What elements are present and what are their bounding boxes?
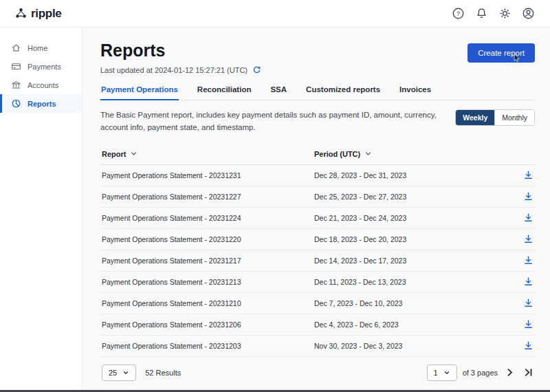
- report-name: Payment Operations Statement - 20231206: [102, 320, 314, 329]
- report-period: Dec 18, 2023 - Dec 20, 2023: [314, 235, 513, 243]
- report-table: Report Period (UTC) Payment Operations S…: [100, 144, 535, 357]
- download-icon[interactable]: [523, 276, 534, 287]
- sidebar-item-reports[interactable]: Reports: [0, 94, 82, 113]
- sort-chevron-icon: [130, 150, 138, 157]
- report-table-body: Payment Operations Statement - 20231231 …: [100, 165, 535, 357]
- sidebar-item-label: Reports: [28, 100, 56, 108]
- report-period: Dec 11, 2023 - Dec 13, 2023: [314, 278, 513, 286]
- chevron-down-icon: [122, 369, 129, 376]
- download-icon[interactable]: [523, 234, 534, 244]
- topbar: ripple ?: [0, 0, 550, 28]
- report-period: Dec 21, 2023 - Dec 24, 2023: [314, 214, 513, 222]
- table-row: Payment Operations Statement - 20231217 …: [100, 250, 535, 272]
- reports-icon: [11, 98, 21, 109]
- last-updated-text: Last updated at 2024-01-12 15:27:21 (UTC…: [100, 66, 248, 74]
- download-icon[interactable]: [523, 298, 534, 308]
- ripple-logo-text: ripple: [31, 7, 62, 21]
- sidebar-item-label: Payments: [28, 63, 61, 71]
- report-period: Dec 7, 2023 - Dec 10, 2023: [314, 299, 513, 307]
- sidebar-item-payments[interactable]: Payments: [0, 57, 82, 76]
- help-icon[interactable]: ?: [452, 7, 465, 20]
- accounts-icon: [11, 80, 21, 90]
- report-name: Payment Operations Statement - 20231213: [102, 278, 314, 286]
- report-period: Dec 4, 2023 - Dec 6, 2023: [314, 320, 513, 329]
- report-name: Payment Operations Statement - 20231220: [102, 235, 314, 243]
- toggle-monthly[interactable]: Monthly: [494, 110, 534, 125]
- page-size-select[interactable]: 25: [102, 364, 136, 381]
- last-updated: Last updated at 2024-01-12 15:27:21 (UTC…: [100, 65, 261, 74]
- report-period: Dec 25, 2023 - Dec 27, 2023: [314, 193, 513, 201]
- table-row: Payment Operations Statement - 20231220 …: [100, 229, 535, 250]
- page-number-select[interactable]: 1: [427, 364, 457, 381]
- tab-invoices[interactable]: Invoices: [399, 85, 432, 100]
- payments-icon: [11, 61, 21, 72]
- page-title: Reports: [100, 40, 261, 61]
- report-name: Payment Operations Statement - 20231227: [102, 193, 314, 201]
- frequency-toggle: Weekly Monthly: [455, 109, 535, 126]
- topbar-icons: ?: [452, 7, 535, 20]
- report-name: Payment Operations Statement - 20231203: [102, 342, 314, 350]
- sidebar-item-home[interactable]: Home: [0, 39, 82, 57]
- report-description: The Basic Payment report, includes key p…: [100, 109, 455, 134]
- ripple-logo[interactable]: ripple: [15, 7, 62, 21]
- report-table-header: Report Period (UTC): [100, 144, 535, 165]
- column-header-period-label: Period (UTC): [314, 150, 360, 158]
- report-name: Payment Operations Statement - 20231210: [102, 299, 314, 307]
- sidebar-item-accounts[interactable]: Accounts: [0, 76, 82, 94]
- main-content: Reports Last updated at 2024-01-12 15:27…: [82, 28, 550, 392]
- report-name: Payment Operations Statement - 20231217: [102, 257, 314, 265]
- report-period: Nov 30, 2023 - Dec 3, 2023: [314, 342, 513, 350]
- ripple-logo-icon: [15, 8, 27, 19]
- table-row: Payment Operations Statement - 20231210 …: [100, 293, 535, 314]
- table-row: Payment Operations Statement - 20231206 …: [100, 314, 535, 336]
- pages-count-label: of 3 pages: [463, 369, 498, 377]
- tab-customized-reports[interactable]: Customized reports: [305, 85, 381, 100]
- gear-icon[interactable]: [498, 7, 512, 20]
- download-icon[interactable]: [523, 340, 534, 351]
- table-row: Payment Operations Statement - 20231203 …: [100, 336, 535, 357]
- user-icon[interactable]: [522, 7, 535, 20]
- report-name: Payment Operations Statement - 20231231: [102, 171, 314, 179]
- table-row: Payment Operations Statement - 20231213 …: [100, 272, 535, 293]
- sidebar-item-label: Home: [28, 44, 47, 52]
- description-row: The Basic Payment report, includes key p…: [100, 109, 535, 134]
- table-footer: 25 52 Results 1 of 3 pages: [100, 357, 535, 381]
- chevron-down-icon: [443, 369, 450, 376]
- tab-payment-operations[interactable]: Payment Operations: [100, 85, 179, 100]
- download-icon[interactable]: [523, 191, 534, 202]
- download-icon[interactable]: [523, 170, 534, 180]
- download-icon[interactable]: [523, 255, 534, 265]
- sidebar-item-label: Accounts: [28, 81, 58, 89]
- last-page-button[interactable]: [523, 367, 534, 378]
- column-header-report-label: Report: [102, 150, 126, 158]
- svg-text:?: ?: [456, 10, 460, 17]
- report-name: Payment Operations Statement - 20231224: [102, 214, 314, 222]
- shell: Home Payments Accounts Reports: [0, 28, 550, 392]
- results-count: 52 Results: [145, 369, 181, 377]
- sort-chevron-icon: [364, 150, 372, 157]
- bell-icon[interactable]: [475, 7, 488, 20]
- download-icon[interactable]: [523, 213, 534, 223]
- column-header-period[interactable]: Period (UTC): [314, 150, 513, 158]
- app-window: ripple ? Home Payments: [0, 0, 550, 392]
- sidebar-nav: Home Payments Accounts Reports: [0, 28, 82, 392]
- table-row: Payment Operations Statement - 20231224 …: [100, 208, 535, 229]
- next-page-button[interactable]: [505, 367, 515, 378]
- report-period: Dec 14, 2023 - Dec 17, 2023: [314, 257, 513, 265]
- page-number-value: 1: [434, 369, 438, 377]
- toggle-weekly[interactable]: Weekly: [456, 110, 494, 125]
- tab-reconciliation[interactable]: Reconciliation: [197, 85, 252, 100]
- report-tabs: Payment Operations Reconciliation SSA Cu…: [100, 85, 535, 100]
- download-icon[interactable]: [523, 319, 534, 329]
- table-row: Payment Operations Statement - 20231231 …: [100, 165, 535, 186]
- home-icon: [11, 43, 21, 53]
- table-row: Payment Operations Statement - 20231227 …: [100, 186, 535, 208]
- title-row: Reports Last updated at 2024-01-12 15:27…: [100, 40, 535, 74]
- page-size-value: 25: [109, 369, 117, 377]
- column-header-report[interactable]: Report: [102, 150, 314, 158]
- create-report-button[interactable]: Create report: [468, 43, 535, 63]
- report-period: Dec 28, 2023 - Dec 31, 2023: [314, 171, 513, 179]
- tab-ssa[interactable]: SSA: [270, 85, 287, 100]
- refresh-icon[interactable]: [252, 65, 261, 74]
